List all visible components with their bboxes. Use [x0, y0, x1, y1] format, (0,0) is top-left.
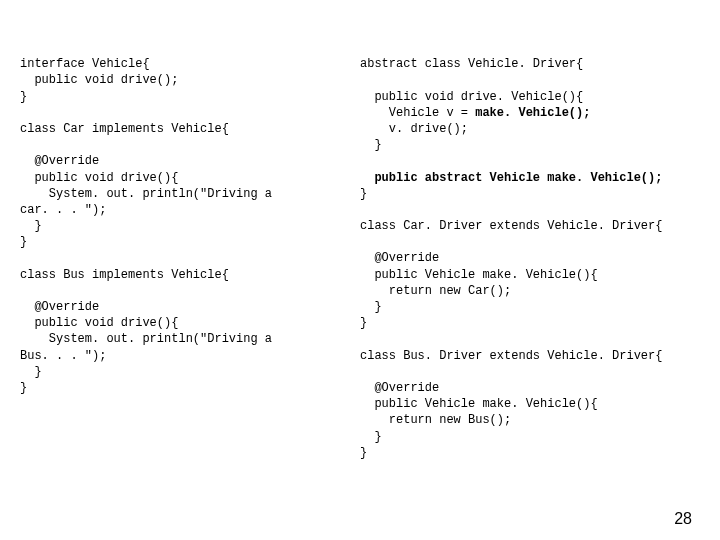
code-line: }	[20, 381, 27, 395]
code-line: @Override	[20, 154, 99, 168]
code-line: return new Car();	[360, 284, 511, 298]
code-line: }	[20, 235, 27, 249]
code-line: Bus. . . ");	[20, 349, 106, 363]
code-line: public void drive(){	[20, 171, 178, 185]
code-line: interface Vehicle{	[20, 57, 150, 71]
code-line: public void drive();	[20, 73, 178, 87]
code-line: }	[360, 430, 382, 444]
code-line: @Override	[360, 381, 439, 395]
page-number: 28	[674, 510, 692, 528]
code-line: System. out. println("Driving a	[20, 187, 272, 201]
code-line: public Vehicle make. Vehicle(){	[360, 268, 598, 282]
code-left-column: interface Vehicle{ public void drive(); …	[20, 40, 360, 461]
code-line: class Bus implements Vehicle{	[20, 268, 229, 282]
code-line-bold: public abstract Vehicle make. Vehicle();	[360, 171, 662, 185]
code-line: }	[360, 300, 382, 314]
code-line: System. out. println("Driving a	[20, 332, 272, 346]
code-line: }	[20, 365, 42, 379]
code-line: @Override	[360, 251, 439, 265]
code-line: }	[20, 219, 42, 233]
code-line: @Override	[20, 300, 99, 314]
code-line: v. drive();	[360, 122, 468, 136]
code-right-column: abstract class Vehicle. Driver{ public v…	[360, 40, 700, 461]
code-line: class Bus. Driver extends Vehicle. Drive…	[360, 349, 662, 363]
code-line: class Car implements Vehicle{	[20, 122, 229, 136]
slide-content: interface Vehicle{ public void drive(); …	[0, 0, 720, 461]
code-line: public Vehicle make. Vehicle(){	[360, 397, 598, 411]
code-line: }	[20, 90, 27, 104]
code-text: Vehicle v =	[360, 106, 475, 120]
code-line: Vehicle v = make. Vehicle();	[360, 106, 590, 120]
code-text-bold: make. Vehicle();	[475, 106, 590, 120]
code-line: car. . . ");	[20, 203, 106, 217]
code-line: }	[360, 316, 367, 330]
code-line: }	[360, 138, 382, 152]
code-line: public void drive(){	[20, 316, 178, 330]
code-line: }	[360, 446, 367, 460]
code-line: class Car. Driver extends Vehicle. Drive…	[360, 219, 662, 233]
code-line: }	[360, 187, 367, 201]
code-line: public void drive. Vehicle(){	[360, 90, 583, 104]
code-line: abstract class Vehicle. Driver{	[360, 57, 583, 71]
code-line: return new Bus();	[360, 413, 511, 427]
